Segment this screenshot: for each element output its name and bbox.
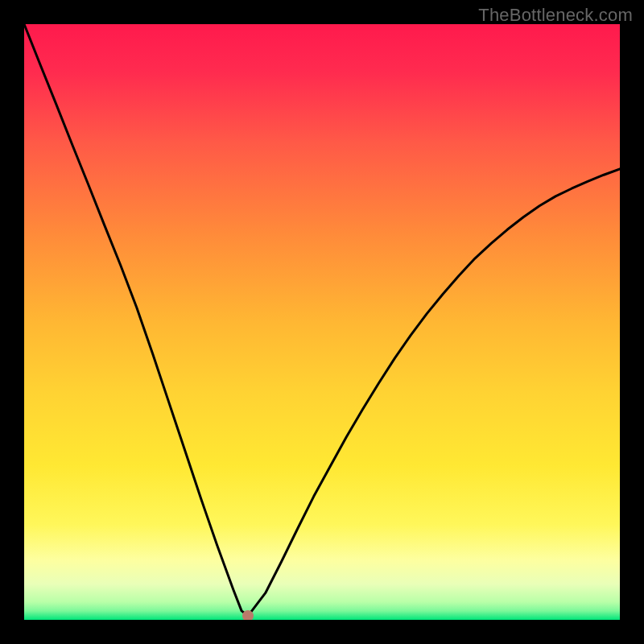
optimal-point-marker <box>242 610 254 620</box>
chart-frame: TheBottleneck.com <box>0 0 644 644</box>
bottleneck-curve <box>24 24 620 620</box>
watermark-text: TheBottleneck.com <box>478 5 633 26</box>
plot-area <box>24 24 620 620</box>
